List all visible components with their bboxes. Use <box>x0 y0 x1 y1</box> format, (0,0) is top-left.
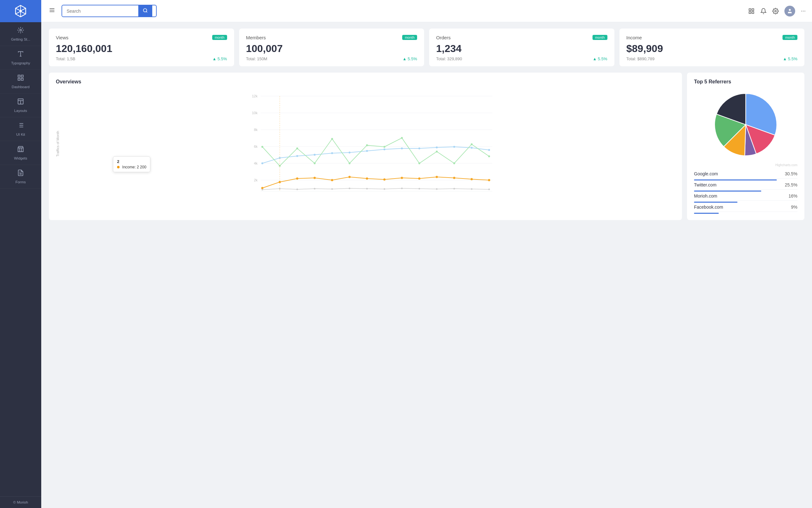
pie-chart <box>711 90 781 160</box>
y-axis-label: Traffics of Month <box>56 96 59 191</box>
referrer-row-morioh-com: Morioh.com 16% <box>694 192 798 203</box>
header: ··· <box>41 0 812 22</box>
svg-text:6k: 6k <box>254 144 257 149</box>
layouts-label: Layouts <box>14 109 27 113</box>
referrers-list: Google.com 30.5% Twitter.com 25.5% Morio… <box>694 169 798 214</box>
svg-point-61 <box>418 147 420 150</box>
svg-point-56 <box>331 152 333 154</box>
notifications-button[interactable] <box>760 8 767 14</box>
svg-point-98 <box>331 188 333 190</box>
svg-point-59 <box>383 149 385 150</box>
svg-point-77 <box>453 162 455 164</box>
svg-line-32 <box>146 11 147 12</box>
widgets-label: Widgets <box>14 156 27 160</box>
avatar[interactable] <box>784 6 795 16</box>
svg-point-38 <box>789 9 791 11</box>
svg-point-83 <box>314 177 316 179</box>
sidebar-logo[interactable] <box>0 0 41 22</box>
svg-point-105 <box>454 188 455 189</box>
stat-total-views: Total: 1,5B <box>56 56 75 61</box>
svg-point-84 <box>331 179 333 181</box>
svg-rect-35 <box>749 11 751 13</box>
stat-change-income: ▲ 5.5% <box>783 56 798 61</box>
svg-point-101 <box>384 188 385 190</box>
sidebar-item-typography[interactable]: Typography <box>0 46 41 70</box>
svg-point-62 <box>436 146 438 149</box>
svg-point-58 <box>366 150 368 152</box>
referrer-name: Morioh.com <box>694 194 717 199</box>
overview-chart-card: Overviews Traffics of Month 12k 10k <box>49 73 682 220</box>
sidebar-item-ui-kit[interactable]: UI Kit <box>0 117 41 141</box>
stat-title-views: Views <box>56 35 69 40</box>
svg-point-63 <box>453 146 455 148</box>
highcharts-credit: Highcharts.com <box>694 163 798 167</box>
dashboard-label: Dashboard <box>12 85 30 89</box>
svg-point-64 <box>471 147 473 149</box>
stat-value-orders: 1,234 <box>436 43 607 54</box>
ui-kit-label: UI Kit <box>16 133 25 136</box>
svg-point-80 <box>261 187 263 189</box>
stat-badge-orders: month <box>593 35 607 40</box>
svg-rect-34 <box>752 8 754 10</box>
referrer-name: Facebook.com <box>694 205 723 210</box>
svg-text:12k: 12k <box>252 94 257 98</box>
layouts-icon <box>17 98 24 107</box>
svg-point-79 <box>488 155 490 157</box>
referrer-pct: 25.5% <box>785 182 798 187</box>
stat-value-members: 100,007 <box>246 43 417 54</box>
svg-point-97 <box>314 188 316 189</box>
svg-point-87 <box>383 178 386 181</box>
search-button[interactable] <box>138 5 152 16</box>
sidebar-item-layouts[interactable]: Layouts <box>0 93 41 117</box>
sidebar-item-widgets[interactable]: Widgets <box>0 141 41 165</box>
search-input[interactable] <box>62 6 138 16</box>
hamburger-button[interactable] <box>48 6 56 16</box>
svg-point-94 <box>262 189 263 190</box>
svg-point-75 <box>418 162 420 164</box>
stat-change-members: ▲ 5.5% <box>403 56 417 61</box>
stat-total-orders: Total: 329,890 <box>436 56 462 61</box>
svg-point-106 <box>471 188 473 190</box>
svg-point-69 <box>314 162 316 164</box>
stat-badge-income: month <box>782 35 798 40</box>
stat-change-orders: ▲ 5.5% <box>593 56 607 61</box>
more-options-button[interactable]: ··· <box>801 8 806 14</box>
svg-text:10k: 10k <box>252 111 257 115</box>
referrer-name: Twitter.com <box>694 182 717 187</box>
sidebar-footer: © Morioh <box>0 496 41 508</box>
getting-started-icon <box>17 27 24 36</box>
svg-line-4 <box>22 12 26 14</box>
referrer-pct: 30.5% <box>785 171 798 176</box>
svg-point-68 <box>296 147 298 150</box>
referrer-name: Google.com <box>694 171 718 176</box>
svg-point-91 <box>453 177 455 179</box>
svg-point-57 <box>349 152 351 154</box>
widgets-icon <box>17 145 24 155</box>
svg-point-31 <box>144 8 147 12</box>
stat-badge-views: month <box>212 35 227 40</box>
settings-button[interactable] <box>772 8 779 14</box>
overview-title: Overviews <box>56 79 675 85</box>
svg-point-78 <box>471 143 473 145</box>
svg-point-104 <box>436 188 438 190</box>
search-container <box>62 5 157 17</box>
svg-rect-36 <box>752 11 754 13</box>
svg-point-55 <box>314 154 316 156</box>
svg-point-93 <box>488 179 490 181</box>
stat-value-views: 120,160,001 <box>56 43 227 54</box>
sidebar-item-dashboard[interactable]: Dashboard <box>0 70 41 93</box>
sidebar-item-getting-started[interactable]: Getting St... <box>0 22 41 46</box>
grid-view-button[interactable] <box>748 8 755 14</box>
svg-point-90 <box>436 176 438 178</box>
stats-row: Views month 120,160,001 Total: 1,5B ▲ 5.… <box>49 29 804 66</box>
svg-point-102 <box>401 188 403 189</box>
svg-point-85 <box>349 176 351 178</box>
svg-point-1 <box>19 10 22 12</box>
svg-point-100 <box>366 188 368 189</box>
overview-svg: 12k 10k 8k 6k 4k 2k <box>62 90 675 198</box>
referrer-bar <box>694 213 719 214</box>
sidebar-item-forms[interactable]: Forms <box>0 165 41 189</box>
svg-point-103 <box>419 188 420 189</box>
svg-point-88 <box>401 177 403 179</box>
pie-container <box>694 90 798 160</box>
